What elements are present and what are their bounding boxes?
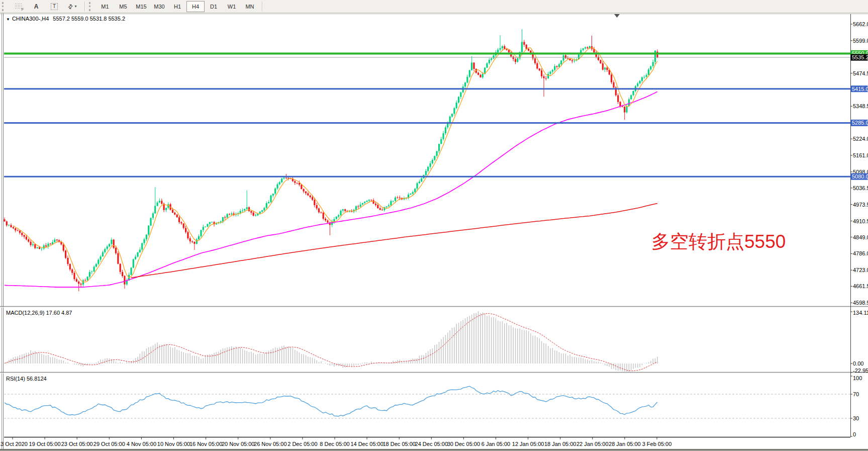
- timeframe-mn-button[interactable]: MN: [241, 1, 259, 12]
- svg-text:-22.95: -22.95: [853, 368, 868, 374]
- svg-text:5535.2: 5535.2: [852, 54, 868, 60]
- grid-icon: F: [15, 3, 22, 10]
- svg-text:100: 100: [853, 375, 862, 381]
- chart-text-annotation[interactable]: 多空转折点5550: [651, 231, 786, 253]
- svg-text:2 Dec 05:00: 2 Dec 05:00: [287, 441, 317, 447]
- svg-text:5161.0: 5161.0: [853, 152, 868, 158]
- svg-text:18 Dec 05:00: 18 Dec 05:00: [382, 441, 415, 447]
- svg-text:4 Nov 05:00: 4 Nov 05:00: [127, 441, 156, 447]
- timeframe-button-group: M1M5M15M30H1H4D1W1MN: [96, 1, 259, 12]
- svg-text:4849.0: 4849.0: [853, 234, 868, 240]
- svg-text:4598.5: 4598.5: [853, 300, 868, 306]
- tool-button-group: FAT⇄▾: [9, 1, 81, 12]
- svg-text:12 Jan 05:00: 12 Jan 05:00: [512, 441, 544, 447]
- text-tool-button[interactable]: T: [45, 1, 63, 12]
- symbol-dropdown-icon[interactable]: ▼: [6, 17, 10, 22]
- svg-text:22 Jan 05:00: 22 Jan 05:00: [576, 441, 609, 447]
- arrows-icon: ⇄: [67, 3, 75, 11]
- svg-text:30: 30: [853, 415, 859, 421]
- svg-text:8 Dec 05:00: 8 Dec 05:00: [320, 441, 349, 447]
- svg-text:20 Nov 05:00: 20 Nov 05:00: [222, 441, 254, 447]
- rsi-indicator-label: RSI(14) 56.8124: [6, 376, 47, 382]
- timeframe-m15-button[interactable]: M15: [132, 1, 150, 12]
- text-tool-icon: T: [51, 3, 58, 10]
- arrow-pointer-tool-button[interactable]: A: [27, 1, 45, 12]
- svg-text:30 Dec 05:00: 30 Dec 05:00: [447, 441, 480, 447]
- svg-text:5415.0: 5415.0: [852, 86, 868, 92]
- macd-indicator-label: MACD(12,26,9) 17.60 4.87: [6, 310, 72, 316]
- svg-text:6 Jan 05:00: 6 Jan 05:00: [481, 441, 511, 447]
- svg-text:19 Oct 05:00: 19 Oct 05:00: [29, 441, 61, 447]
- svg-text:0: 0: [853, 431, 856, 437]
- mt4-window: FAT⇄▾ M1M5M15M30H1H4D1W1MN 5662.05599.05…: [0, 0, 868, 451]
- timeframe-h4-button[interactable]: H4: [186, 1, 205, 12]
- svg-text:29 Oct 05:00: 29 Oct 05:00: [93, 441, 125, 447]
- timeframe-m1-button[interactable]: M1: [96, 1, 114, 12]
- svg-text:4661.5: 4661.5: [853, 283, 868, 289]
- svg-text:5662.0: 5662.0: [853, 21, 868, 27]
- symbol-ohlc-values: 5557.2 5559.0 5531.8 5535.2: [53, 16, 125, 22]
- svg-text:28 Jan 05:00: 28 Jan 05:00: [609, 441, 641, 447]
- svg-text:4910.5: 4910.5: [853, 218, 868, 224]
- svg-text:5224.0: 5224.0: [853, 136, 868, 142]
- svg-text:16 Nov 05:00: 16 Nov 05:00: [189, 441, 222, 447]
- timeframe-h1-button[interactable]: H1: [168, 1, 186, 12]
- svg-text:26 Nov 05:00: 26 Nov 05:00: [254, 441, 286, 447]
- svg-text:134.11: 134.11: [853, 310, 868, 316]
- grid-tool-button[interactable]: F: [9, 1, 27, 12]
- svg-text:4973.5: 4973.5: [853, 202, 868, 208]
- svg-text:5285.0: 5285.0: [852, 120, 868, 126]
- dropdown-caret-icon[interactable]: ▾: [75, 4, 77, 9]
- svg-text:5036.5: 5036.5: [853, 185, 868, 191]
- toolbar-separator-2: [262, 2, 262, 12]
- svg-text:4786.0: 4786.0: [853, 250, 868, 256]
- toolbar-separator: [84, 2, 85, 12]
- svg-text:5080.0: 5080.0: [852, 173, 868, 179]
- svg-text:24 Dec 05:00: 24 Dec 05:00: [415, 441, 448, 447]
- toolbar-grip[interactable]: [2, 2, 6, 11]
- timeframe-d1-button[interactable]: D1: [205, 1, 223, 12]
- symbol-name: CHINA300-,H4: [12, 16, 49, 22]
- svg-text:5348.5: 5348.5: [853, 103, 868, 109]
- svg-text:23 Oct 05:00: 23 Oct 05:00: [61, 441, 93, 447]
- arrow-objects-tool-button[interactable]: ⇄▾: [63, 1, 81, 12]
- timeframe-m5-button[interactable]: M5: [114, 1, 132, 12]
- svg-text:5474.5: 5474.5: [853, 70, 868, 76]
- toolbar: FAT⇄▾ M1M5M15M30H1H4D1W1MN: [0, 0, 868, 13]
- svg-text:5599.0: 5599.0: [853, 38, 868, 44]
- window-bottom-edge: [0, 449, 868, 451]
- svg-text:10 Nov 05:00: 10 Nov 05:00: [157, 441, 190, 447]
- svg-text:18 Jan 05:00: 18 Jan 05:00: [544, 441, 576, 447]
- letter-a-icon: A: [34, 3, 39, 10]
- svg-text:3 Feb 05:00: 3 Feb 05:00: [642, 441, 672, 447]
- timeframe-w1-button[interactable]: W1: [223, 1, 241, 12]
- svg-text:0.00: 0.00: [853, 360, 863, 367]
- svg-text:4723.0: 4723.0: [853, 267, 868, 273]
- toolbar-grip-2[interactable]: [89, 2, 93, 11]
- chart-symbol-title[interactable]: ▼CHINA300-,H45557.2 5559.0 5531.8 5535.2: [6, 16, 125, 22]
- svg-text:13 Oct 2020: 13 Oct 2020: [0, 441, 28, 447]
- timeframe-m30-button[interactable]: M30: [150, 1, 168, 12]
- svg-text:70: 70: [853, 391, 859, 397]
- svg-text:14 Dec 05:00: 14 Dec 05:00: [350, 441, 383, 447]
